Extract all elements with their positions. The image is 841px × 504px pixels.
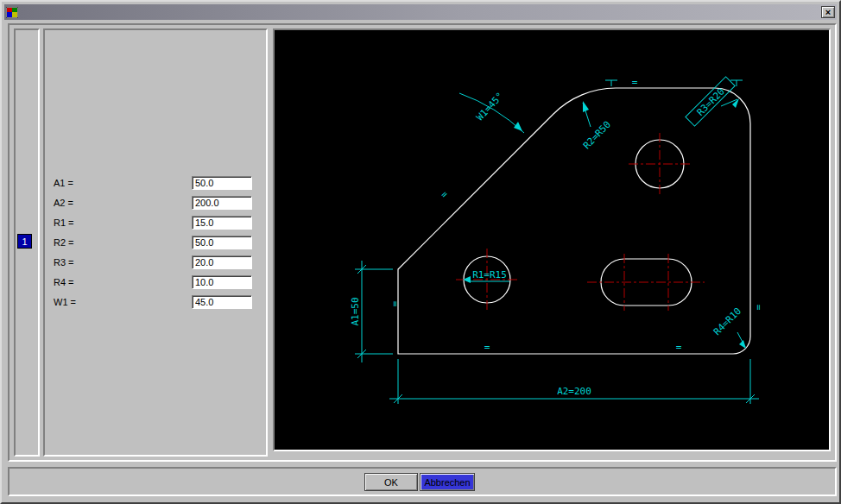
center-marks bbox=[456, 133, 705, 311]
eq-mark-bottom-right: = bbox=[676, 342, 682, 353]
dim-a2: A2=200 bbox=[557, 386, 591, 397]
plate-outline bbox=[398, 88, 750, 354]
cancel-button[interactable]: Abbrechen bbox=[420, 473, 475, 491]
dialog-window: { "titlebar": { "title": "", "close": "×… bbox=[0, 0, 841, 504]
param-label-r4: R4 = bbox=[54, 277, 192, 287]
cad-preview-canvas: A1=50 A2=200 W1=45° R2=R50 R3=R20 R4=R10… bbox=[275, 30, 829, 450]
param-label-r3: R3 = bbox=[54, 257, 192, 268]
dim-r2: R2=R50 bbox=[581, 119, 613, 152]
param-row-a2: A2 = bbox=[54, 192, 261, 212]
variant-item-1[interactable]: 1 bbox=[17, 234, 32, 249]
main-frame: 1 A1 = A2 = R1 = R2 = R3 = bbox=[8, 23, 837, 462]
dim-a1: A1=50 bbox=[350, 297, 361, 325]
param-input-a1[interactable] bbox=[192, 176, 252, 190]
app-icon bbox=[6, 7, 18, 18]
dimension-lines bbox=[355, 93, 759, 404]
dimension-arrows bbox=[463, 98, 746, 349]
dim-r4: R4=R10 bbox=[711, 306, 743, 337]
param-label-a1: A1 = bbox=[54, 178, 192, 188]
variant-selector-panel: 1 bbox=[14, 28, 40, 457]
param-label-a2: A2 = bbox=[54, 198, 192, 208]
param-input-w1[interactable] bbox=[192, 295, 252, 309]
cad-preview-panel: A1=50 A2=200 W1=45° R2=R50 R3=R20 R4=R10… bbox=[273, 28, 831, 451]
dim-r3: R3=R20 bbox=[695, 86, 727, 118]
param-row-w1: W1 = bbox=[54, 292, 261, 312]
dimension-labels: A1=50 A2=200 W1=45° R2=R50 R3=R20 R4=R10… bbox=[350, 77, 743, 397]
param-input-r2[interactable] bbox=[192, 236, 252, 249]
eq-mark-slant: = bbox=[439, 188, 451, 200]
tangency-marks bbox=[605, 80, 743, 86]
dim-r1: R1=R15 bbox=[472, 269, 507, 280]
titlebar: × bbox=[4, 4, 837, 20]
param-row-r1: R1 = bbox=[54, 212, 261, 232]
param-row-r3: R3 = bbox=[54, 252, 261, 272]
param-row-r4: R4 = bbox=[54, 272, 261, 292]
constraint-marks: = = = = = = bbox=[389, 77, 764, 353]
parameter-rows: A1 = A2 = R1 = R2 = R3 = R4 = bbox=[54, 173, 261, 312]
button-bar: OK Abbrechen bbox=[8, 467, 837, 496]
param-input-r3[interactable] bbox=[192, 255, 252, 269]
dim-r3-boxed: R3=R20 bbox=[686, 77, 735, 126]
param-label-w1: W1 = bbox=[54, 297, 192, 307]
param-input-r1[interactable] bbox=[192, 216, 252, 230]
eq-mark-top: = bbox=[632, 77, 638, 88]
eq-mark-left-edge: = bbox=[389, 301, 401, 307]
dim-w1: W1=45° bbox=[474, 91, 506, 123]
eq-mark-right-edge: = bbox=[753, 305, 764, 311]
param-label-r2: R2 = bbox=[54, 237, 192, 248]
ok-button[interactable]: OK bbox=[364, 473, 418, 491]
eq-mark-bottom-left: = bbox=[484, 342, 490, 353]
param-label-r1: R1 = bbox=[54, 217, 192, 228]
parameters-panel: A1 = A2 = R1 = R2 = R3 = R4 = bbox=[43, 28, 268, 457]
param-input-a2[interactable] bbox=[192, 196, 252, 210]
param-row-a1: A1 = bbox=[54, 173, 261, 192]
param-input-r4[interactable] bbox=[192, 275, 252, 289]
param-row-r2: R2 = bbox=[54, 232, 261, 252]
close-button[interactable]: × bbox=[821, 6, 835, 18]
